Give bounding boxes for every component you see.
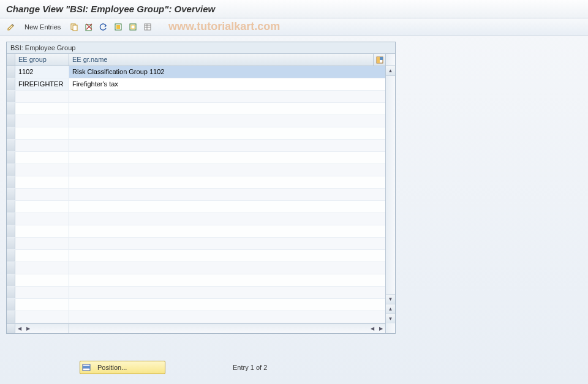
cell-ee-group[interactable] — [15, 91, 69, 102]
cell-ee-gr-name[interactable] — [69, 238, 385, 249]
toggle-edit-icon[interactable] — [5, 21, 17, 33]
cell-ee-gr-name[interactable]: Risk Classification Group 1102 — [69, 66, 385, 78]
row-selector[interactable] — [7, 201, 15, 213]
cell-ee-group[interactable] — [15, 176, 69, 188]
cell-ee-group[interactable]: 1102 — [15, 66, 69, 78]
cell-ee-gr-name[interactable] — [69, 189, 385, 200]
cell-ee-gr-name[interactable] — [69, 311, 385, 323]
vscroll-up-icon[interactable]: ▲ — [386, 66, 395, 76]
cell-ee-group[interactable] — [15, 287, 69, 298]
table-row — [7, 152, 385, 164]
cell-ee-gr-name[interactable] — [69, 250, 385, 262]
content-area: BSI: Employee Group EE group EE gr.name … — [0, 36, 588, 340]
delete-icon[interactable] — [83, 21, 95, 33]
cell-ee-gr-name[interactable] — [69, 299, 385, 311]
row-selector[interactable] — [7, 311, 15, 323]
row-selector[interactable] — [7, 127, 15, 139]
table-row — [7, 299, 385, 311]
cell-ee-group[interactable] — [15, 103, 69, 115]
cell-ee-group[interactable] — [15, 140, 69, 151]
cell-ee-gr-name[interactable] — [69, 201, 385, 213]
table-row — [7, 311, 385, 323]
row-selector[interactable] — [7, 78, 15, 90]
cell-ee-gr-name[interactable] — [69, 287, 385, 298]
hscroll-left-icon[interactable]: ◀ — [368, 324, 377, 334]
table-row — [7, 287, 385, 299]
table-row — [7, 274, 385, 287]
table-settings-icon[interactable] — [141, 21, 154, 33]
row-selector[interactable] — [7, 66, 15, 78]
cell-ee-gr-name[interactable] — [69, 176, 385, 188]
cell-ee-group[interactable] — [15, 274, 69, 286]
row-selector[interactable] — [7, 140, 15, 151]
cell-ee-group[interactable] — [15, 201, 69, 213]
cell-ee-gr-name[interactable] — [69, 91, 385, 102]
table-row — [7, 103, 385, 115]
table-row — [7, 140, 385, 152]
cell-ee-gr-name[interactable] — [69, 225, 385, 237]
row-selector[interactable] — [7, 262, 15, 274]
cell-ee-gr-name[interactable] — [69, 262, 385, 274]
column-header-ee-gr-name[interactable]: EE gr.name — [69, 54, 373, 66]
row-selector[interactable] — [7, 115, 15, 127]
undo-icon[interactable] — [97, 21, 110, 33]
cell-ee-gr-name[interactable] — [69, 164, 385, 176]
row-selector[interactable] — [7, 274, 15, 286]
row-selector[interactable] — [7, 287, 15, 298]
cell-ee-gr-name[interactable] — [69, 213, 385, 225]
row-selector[interactable] — [7, 152, 15, 164]
table-row — [7, 176, 385, 189]
cell-ee-gr-name[interactable] — [69, 140, 385, 151]
cell-ee-group[interactable]: FIREFIGHTER — [15, 78, 69, 90]
cell-ee-group[interactable] — [15, 262, 69, 274]
column-config-icon[interactable] — [373, 54, 385, 66]
header-selector[interactable] — [7, 54, 15, 66]
cell-ee-gr-name[interactable] — [69, 152, 385, 164]
row-selector[interactable] — [7, 176, 15, 188]
table-row: FIREFIGHTERFirefighter's tax — [7, 78, 385, 91]
vscroll-down-icon[interactable]: ▼ — [386, 294, 395, 304]
cell-ee-group[interactable] — [15, 299, 69, 311]
new-entries-button[interactable]: New Entries — [20, 21, 66, 33]
column-header-ee-group[interactable]: EE group — [15, 54, 69, 66]
cell-ee-group[interactable] — [15, 189, 69, 200]
cell-ee-group[interactable] — [15, 115, 69, 127]
vertical-scrollbar[interactable]: ▲ ▼ ▲ ▼ — [385, 54, 395, 333]
deselect-all-icon[interactable] — [127, 21, 139, 33]
table-row — [7, 91, 385, 103]
vscroll-up2-icon[interactable]: ▲ — [386, 304, 395, 314]
vscroll-down2-icon[interactable]: ▼ — [386, 314, 395, 323]
cell-ee-gr-name[interactable]: Firefighter's tax — [69, 78, 385, 90]
row-selector[interactable] — [7, 91, 15, 102]
cell-ee-group[interactable] — [15, 311, 69, 323]
cell-ee-gr-name[interactable] — [69, 127, 385, 139]
cell-ee-gr-name[interactable] — [69, 115, 385, 127]
hscroll-left-icon[interactable]: ◀ — [15, 324, 24, 334]
hscroll-right-icon[interactable]: ▶ — [24, 324, 32, 334]
row-selector[interactable] — [7, 189, 15, 200]
row-selector[interactable] — [7, 164, 15, 176]
position-button[interactable]: Position... — [80, 361, 165, 374]
cell-ee-gr-name[interactable] — [69, 274, 385, 286]
row-selector[interactable] — [7, 213, 15, 225]
table-row — [7, 238, 385, 250]
table-row — [7, 164, 385, 176]
row-selector[interactable] — [7, 238, 15, 249]
status-bar: Position... Entry 1 of 2 — [0, 361, 588, 374]
row-selector[interactable] — [7, 250, 15, 262]
cell-ee-group[interactable] — [15, 152, 69, 164]
cell-ee-group[interactable] — [15, 250, 69, 262]
copy-icon[interactable] — [68, 21, 80, 33]
cell-ee-group[interactable] — [15, 127, 69, 139]
select-all-icon[interactable] — [112, 21, 124, 33]
hscroll-right-icon[interactable]: ▶ — [377, 324, 385, 334]
row-selector[interactable] — [7, 103, 15, 115]
cell-ee-group[interactable] — [15, 238, 69, 249]
cell-ee-group[interactable] — [15, 225, 69, 237]
cell-ee-gr-name[interactable] — [69, 103, 385, 115]
cell-ee-group[interactable] — [15, 213, 69, 225]
row-selector[interactable] — [7, 299, 15, 311]
svg-rect-17 — [83, 366, 90, 368]
row-selector[interactable] — [7, 225, 15, 237]
cell-ee-group[interactable] — [15, 164, 69, 176]
